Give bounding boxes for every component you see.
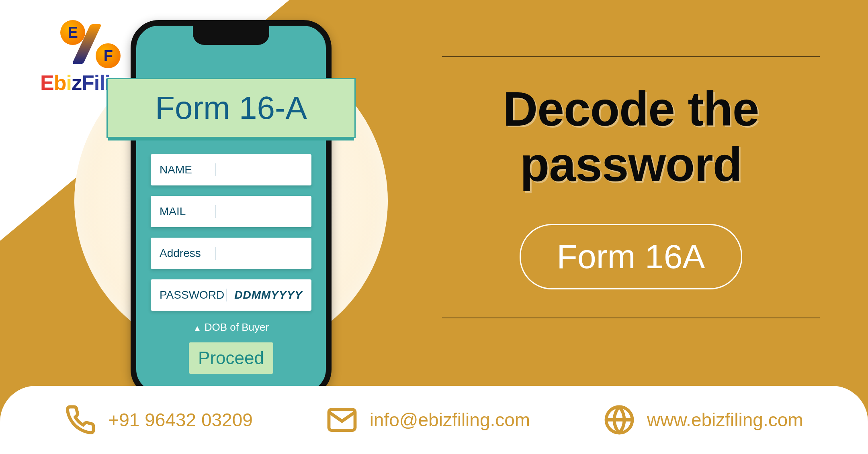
divider-bottom [442,318,820,318]
headline-text: Decode the password [442,81,820,192]
form-fields: NAME MAIL Address PASSWORD DDMMYYYY DOB … [151,154,311,374]
globe-icon [604,404,635,436]
divider-top [442,56,820,57]
address-field[interactable]: Address [151,238,311,269]
address-label: Address [160,247,216,260]
mail-icon [326,404,358,436]
contact-phone-text: +91 96432 03209 [108,409,252,431]
phone-notch-icon [193,25,269,45]
mail-field[interactable]: MAIL [151,196,311,227]
phone-frame: Form 16-A NAME MAIL Address PASSWORD DDM… [131,20,332,397]
contact-email-text: info@ebizfiling.com [370,409,530,431]
form-banner: Form 16-A [106,78,356,138]
password-label: PASSWORD [160,289,227,301]
name-field[interactable]: NAME [151,154,311,185]
dob-hint: DOB of Buyer [151,321,311,334]
password-value: DDMMYYYY [227,289,303,301]
contact-footer: +91 96432 03209 info@ebizfiling.com www.… [0,386,868,454]
mail-label: MAIL [160,205,216,218]
phone-icon [65,404,96,436]
proceed-button[interactable]: Proceed [189,342,273,374]
contact-website-text: www.ebizfiling.com [647,409,803,431]
headline-block: Decode the password Form 16A [442,56,820,318]
contact-email[interactable]: info@ebizfiling.com [326,404,530,436]
form-pill: Form 16A [520,224,743,289]
name-label: NAME [160,163,216,176]
password-field[interactable]: PASSWORD DDMMYYYY [151,279,311,311]
contact-website[interactable]: www.ebizfiling.com [604,404,803,436]
phone-stage: Form 16-A NAME MAIL Address PASSWORD DDM… [60,20,402,381]
promo-canvas: E F EbizFiling™ Form 16-A NAME MAIL Addr… [0,0,868,454]
contact-phone[interactable]: +91 96432 03209 [65,404,252,436]
